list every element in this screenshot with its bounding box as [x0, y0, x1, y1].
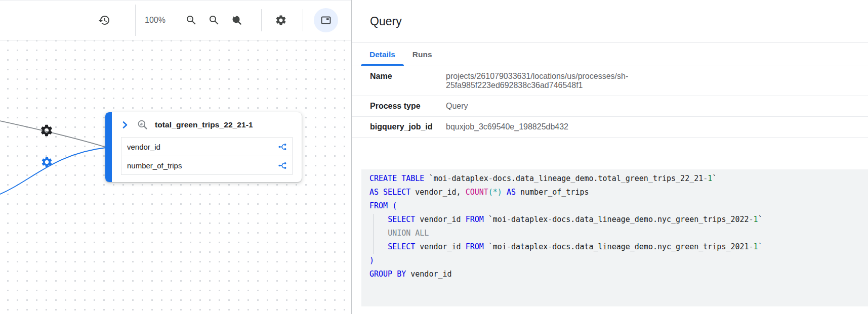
code-line: CREATE TABLE `moi-dataplex-docs.data_lin… [369, 172, 858, 186]
panel-header: Query [352, 0, 868, 43]
toolbar-divider [303, 9, 303, 31]
code-line: GROUP BY vendor_id [369, 267, 858, 281]
code-line: SELECT vendor_id FROM `moi-dataplex-docs… [369, 240, 858, 254]
bigquery-table-icon [137, 119, 148, 130]
code-line: AS SELECT vendor_id, COUNT(*) AS number_… [369, 186, 858, 199]
detail-value: bquxjob_3c69540e_198825db432 [446, 122, 584, 131]
detail-label: Process type [370, 102, 446, 111]
zoom-out-button[interactable] [204, 10, 224, 30]
side-panel-icon [320, 14, 332, 26]
lineage-canvas-pane: 100% [0, 0, 352, 314]
code-line: ) [369, 254, 858, 267]
detail-value: Query [446, 102, 483, 111]
detail-rows: Nameprojects/261079033631/locations/us/p… [352, 66, 868, 138]
zoom-reset-button[interactable] [227, 10, 247, 30]
process-gear-blue-icon[interactable] [40, 156, 53, 168]
gear-icon [275, 14, 287, 26]
sql-code-block: CREATE TABLE `moi-dataplex-docs.data_lin… [361, 169, 868, 306]
node-field-list: vendor_id number_of_trips [121, 137, 293, 175]
zoom-out-icon [208, 14, 220, 26]
code-line: UNION ALL [369, 227, 858, 240]
field-name: number_of_trips [127, 161, 182, 170]
panel-title: Query [370, 15, 402, 28]
field-lineage-icon[interactable] [278, 142, 287, 152]
toolbar-divider [261, 9, 262, 31]
node-header[interactable]: total_green_trips_22_21-1 [112, 112, 302, 137]
node-field-row[interactable]: vendor_id [121, 137, 293, 156]
node-title: total_green_trips_22_21-1 [155, 120, 253, 129]
zoom-in-button[interactable] [181, 10, 201, 30]
toolbar-divider [135, 5, 136, 36]
side-panel-toggle-button[interactable] [314, 8, 338, 32]
field-name: vendor_id [127, 143, 160, 151]
indent-guide [374, 214, 374, 254]
zoom-in-icon [185, 14, 197, 26]
details-panel: Query DetailsRuns Nameprojects/261079033… [352, 0, 868, 314]
detail-value: projects/261079033631/locations/us/proce… [446, 72, 643, 90]
detail-label: bigquery_job_id [370, 122, 446, 131]
code-line: SELECT vendor_id FROM `moi-dataplex-docs… [369, 213, 858, 227]
lineage-view: 100% [0, 0, 868, 314]
history-button[interactable] [94, 10, 114, 30]
edge-blue [0, 148, 106, 195]
node-accent-bar [105, 112, 112, 182]
tab-details[interactable]: Details [361, 43, 404, 66]
detail-row: Nameprojects/261079033631/locations/us/p… [352, 66, 868, 96]
sql-code-lines: CREATE TABLE `moi-dataplex-docs.data_lin… [369, 172, 858, 281]
settings-button[interactable] [271, 10, 291, 30]
lineage-canvas[interactable]: total_green_trips_22_21-1 vendor_id numb… [0, 40, 351, 314]
detail-row: Process typeQuery [352, 96, 868, 117]
field-lineage-icon[interactable] [278, 161, 287, 170]
node-field-row[interactable]: number_of_trips [121, 156, 293, 175]
detail-label: Name [370, 72, 446, 90]
detail-row: bigquery_job_idbquxjob_3c69540e_198825db… [352, 117, 868, 138]
canvas-toolbar: 100% [0, 0, 351, 40]
tab-runs[interactable]: Runs [404, 43, 441, 66]
zoom-level-label: 100% [145, 16, 166, 25]
panel-tabs: DetailsRuns [352, 43, 868, 66]
history-icon [98, 14, 110, 26]
lineage-node-total-green-trips[interactable]: total_green_trips_22_21-1 vendor_id numb… [105, 112, 302, 182]
code-line: FROM ( [369, 199, 858, 213]
process-gear-dark-icon[interactable] [39, 123, 54, 138]
zoom-reset-icon [231, 14, 243, 26]
chevron-right-icon[interactable] [120, 120, 130, 130]
